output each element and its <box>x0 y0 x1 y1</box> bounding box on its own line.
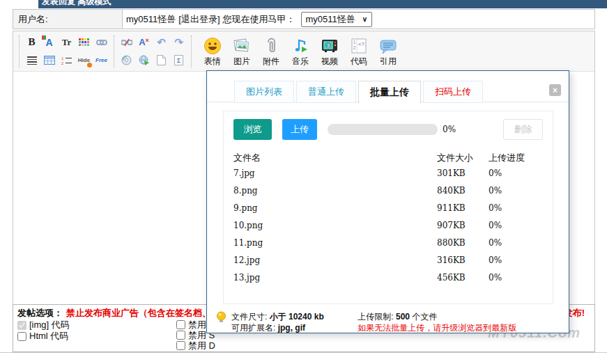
svg-text:2: 2 <box>353 45 356 50</box>
html-code-checkbox[interactable] <box>17 332 26 341</box>
limit-suffix: 个文件 <box>410 312 437 322</box>
file-row: 7.jpg301KB0% <box>233 164 543 182</box>
free-code-icon[interactable]: Free <box>93 52 110 70</box>
limit-label: 上传限制: <box>358 312 396 322</box>
code-button[interactable]: 12<? 代码 <box>344 35 374 68</box>
column-filesize: 文件大小 <box>437 152 489 164</box>
progress-percent: 0% <box>443 125 456 134</box>
warning-text-left: 禁止发布商业广告（包含在签名档、 <box>66 308 211 318</box>
mask-select[interactable]: my0511怪兽 ∨ <box>301 12 373 27</box>
size-value: 小于 10240 kb <box>270 312 324 322</box>
svg-text:1: 1 <box>61 56 64 61</box>
close-icon[interactable]: × <box>549 84 561 96</box>
file-row: 9.png911KB0% <box>233 199 543 216</box>
paperclip-icon <box>262 37 280 55</box>
svg-text:3: 3 <box>327 43 330 48</box>
username-label: 用户名: <box>13 10 123 29</box>
ext-label: 可用扩展名: <box>231 323 278 333</box>
size-label: 文件尺寸: <box>231 312 270 322</box>
file-row: 13.jpg456KB0% <box>233 269 543 286</box>
toolbar-separator <box>19 35 20 68</box>
file-row: 11.png880KB0% <box>233 234 543 251</box>
ext-value: jpg, gif <box>278 323 305 333</box>
remove-format-icon[interactable]: A× <box>135 33 153 52</box>
disable-checkbox-1[interactable] <box>176 320 185 329</box>
svg-text:<?: <? <box>358 41 365 47</box>
file-row: 10.png907KB0% <box>233 216 543 234</box>
align-icon[interactable] <box>23 52 40 70</box>
dialog-tabs: 图片列表 普通上传 批量上传 扫码上传 <box>234 81 485 104</box>
svg-text:Σ: Σ <box>177 57 181 64</box>
upload-hints: 文件尺寸: 小于 10240 kb 上传限制: 500 个文件 可用扩展名: j… <box>216 311 516 333</box>
limit-value: 500 <box>396 312 410 322</box>
disable-checkbox-3[interactable] <box>176 341 185 350</box>
music-button[interactable]: 音乐 <box>286 35 315 68</box>
file-row: 12.jpg316KB0% <box>233 251 543 269</box>
post-options-label: 发帖选项： <box>17 308 63 318</box>
disc-icon[interactable] <box>118 52 135 70</box>
upload-dialog: 图片列表 普通上传 批量上传 扫码上传 × 浏览 上传 0% 删除 文件名 文件… <box>206 70 569 333</box>
upload-button[interactable]: 上传 <box>282 119 317 140</box>
toolbar-separator <box>114 35 114 68</box>
page-title: 发表回复 高级模式 <box>38 0 607 8</box>
table-icon[interactable] <box>40 52 58 70</box>
tab-normal-upload[interactable]: 普通上传 <box>296 81 356 103</box>
image-button[interactable]: 图片 <box>227 35 256 68</box>
hide-code-icon[interactable]: Hide <box>75 52 93 70</box>
ordered-list-icon[interactable]: 12 <box>58 52 75 70</box>
image-icon <box>233 37 251 55</box>
tab-scan-upload[interactable]: 扫码上传 <box>423 81 483 103</box>
unlink-icon[interactable] <box>118 33 135 52</box>
globe-icon[interactable] <box>135 52 153 70</box>
quote-icon <box>379 37 397 55</box>
toolbar-separator <box>191 35 192 68</box>
column-filename: 文件名 <box>233 152 437 164</box>
upload-panel: 浏览 上传 0% 删除 文件名 文件大小 上传进度 7.jpg301KB0% 8… <box>223 111 553 304</box>
video-button[interactable]: 3 视频 <box>315 35 344 68</box>
column-progress: 上传进度 <box>489 152 543 164</box>
attachment-button[interactable]: 附件 <box>256 35 286 68</box>
svg-text:1: 1 <box>353 40 356 45</box>
blank-page-icon[interactable] <box>153 52 170 70</box>
img-code-checkbox[interactable] <box>17 321 26 330</box>
divider <box>0 352 607 353</box>
music-note-icon <box>291 37 309 55</box>
chevron-down-icon: ∨ <box>362 15 367 23</box>
palette-icon[interactable] <box>75 33 93 52</box>
quote-button[interactable]: 引用 <box>374 35 403 68</box>
tab-image-list[interactable]: 图片列表 <box>234 81 294 103</box>
lightbulb-icon <box>216 311 226 323</box>
bold-icon[interactable]: B <box>23 33 40 52</box>
link-icon[interactable] <box>93 33 110 52</box>
progress-bar <box>328 124 438 135</box>
page: 发表回复 高级模式 用户名: my0511怪兽 [退出登录] 您现在使用马甲： … <box>0 0 607 364</box>
delete-button[interactable]: 删除 <box>503 119 543 140</box>
redo-icon[interactable]: ↷ <box>170 33 187 52</box>
smiley-icon <box>203 37 222 55</box>
username-value: my0511怪兽 [退出登录] 您现在使用马甲： my0511怪兽 ∨ <box>123 10 594 29</box>
font-color-icon[interactable]: A <box>40 33 58 52</box>
mask-prefix: 您现在使用马甲： <box>223 13 295 26</box>
tab-batch-upload[interactable]: 批量上传 <box>358 81 421 104</box>
disable-checkbox-2[interactable] <box>176 331 185 340</box>
username-row: 用户名: my0511怪兽 [退出登录] 您现在使用马甲： my0511怪兽 ∨ <box>13 9 595 29</box>
code-icon: 12<? <box>350 37 368 55</box>
upgrade-warning: 如果无法批量上传，请升级浏览器到最新版 <box>358 323 516 333</box>
page-header-bar: 发表回复 高级模式 <box>38 0 607 8</box>
font-size-icon[interactable]: Tr <box>58 33 75 52</box>
disable-option-3[interactable]: 禁用 D <box>176 340 215 351</box>
undo-icon[interactable]: ↶ <box>153 33 170 52</box>
current-user: my0511怪兽 <box>126 13 176 26</box>
browse-button[interactable]: 浏览 <box>233 119 272 140</box>
svg-text:2: 2 <box>61 61 64 65</box>
tv-icon: 3 <box>321 37 339 55</box>
sigma-icon[interactable]: Σ <box>170 52 187 70</box>
minus-badge-icon <box>87 63 92 68</box>
editor-toolbar: B A Tr 12 Hide Free <box>13 31 594 72</box>
file-table-header: 文件名 文件大小 上传进度 <box>233 152 543 164</box>
logout-link[interactable]: [退出登录] <box>178 13 220 26</box>
file-row: 8.png840KB0% <box>233 182 543 199</box>
smiley-button[interactable]: 表情 <box>198 35 227 68</box>
